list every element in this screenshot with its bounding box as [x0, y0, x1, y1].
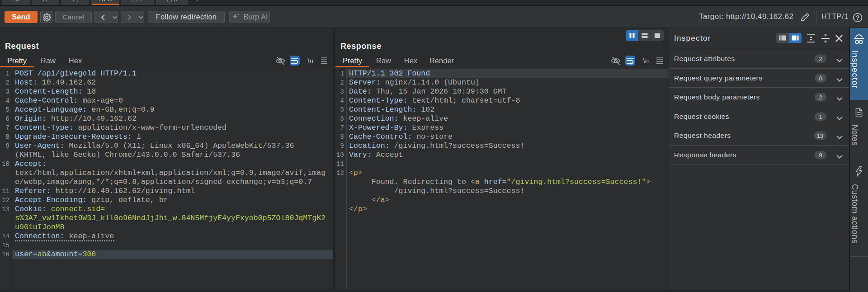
- svg-text:?: ?: [856, 14, 860, 21]
